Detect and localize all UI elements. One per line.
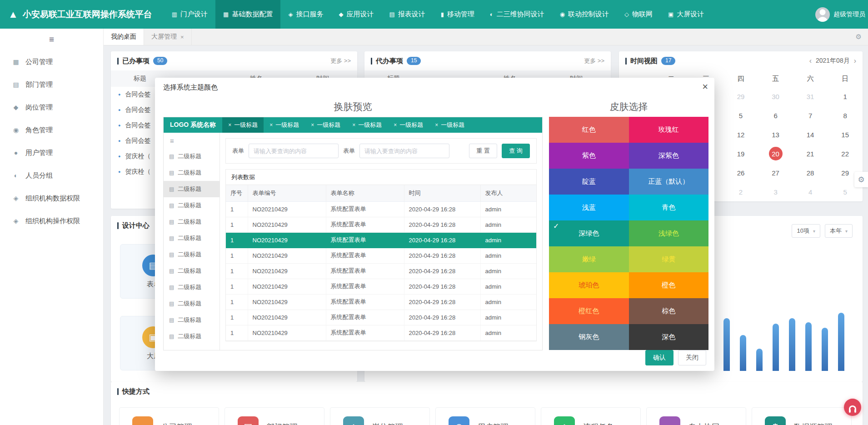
skin-swatch-9[interactable]: ✓深绿色 [549, 220, 629, 246]
more-link[interactable]: 更多 >> [330, 57, 351, 65]
preview-menu-item-5[interactable]: ▤二级标题 [164, 214, 219, 230]
reset-button[interactable]: 重 置 [469, 144, 497, 158]
tab-1[interactable]: 我的桌面 [104, 29, 144, 45]
calendar-cell[interactable]: 8 [828, 106, 863, 125]
preview-tab-5[interactable]: ×一级标题 [388, 117, 429, 133]
preview-tab-4[interactable]: ×一级标题 [346, 117, 388, 133]
close-button[interactable]: 关闭 [678, 350, 706, 365]
preview-tab-3[interactable]: ×一级标题 [305, 117, 346, 133]
preview-tab-6[interactable]: ×一级标题 [429, 117, 470, 133]
preview-menu-item-1[interactable]: ▤二级标题 [164, 148, 219, 165]
calendar-cell[interactable]: 14 [793, 125, 828, 144]
nav-item-1[interactable]: ▥门户设计 [164, 0, 215, 29]
skin-swatch-4[interactable]: 深紫色 [629, 143, 709, 169]
prev-month-icon[interactable]: ‹ [809, 57, 812, 65]
skin-swatch-3[interactable]: 紫色 [549, 143, 629, 169]
query-input-1[interactable] [249, 144, 339, 158]
nav-item-5[interactable]: ▤报表设计 [381, 0, 433, 29]
quick-link-4[interactable]: ◉用户管理 [435, 407, 535, 425]
table-row[interactable]: 1NO20210429系统配置表单2020-04-29 16:28admin [226, 201, 536, 217]
preview-menu-item-12[interactable]: ▤二级标题 [164, 328, 219, 345]
calendar-cell[interactable]: 4 [793, 182, 828, 201]
calendar-cell[interactable]: 21 [793, 144, 828, 163]
user-menu[interactable]: 超级管理员 [815, 0, 868, 29]
nav-item-9[interactable]: ◇物联网 [617, 0, 660, 29]
table-row[interactable]: 1NO20210429系统配置表单2020-04-29 16:28admin [226, 310, 536, 325]
tab-options-button[interactable]: ⚙ [849, 29, 868, 45]
calendar-cell[interactable]: 12 [723, 125, 758, 144]
sidebar-item-6[interactable]: ◐人员分组 [0, 164, 103, 187]
close-icon[interactable]: × [702, 82, 708, 92]
quick-link-5[interactable]: ◈流程任务 [541, 407, 641, 425]
preview-menu-item-7[interactable]: ▤二级标题 [164, 246, 219, 263]
skin-swatch-5[interactable]: 靛蓝 [549, 169, 629, 195]
support-button[interactable] [844, 399, 861, 416]
calendar-cell[interactable]: 20 [758, 144, 793, 163]
preview-menu-item-10[interactable]: ▤二级标题 [164, 295, 219, 312]
nav-item-10[interactable]: ▣大屏设计 [660, 0, 712, 29]
query-input-2[interactable] [359, 144, 449, 158]
sidebar-item-8[interactable]: ◈组织机构操作权限 [0, 210, 103, 232]
preview-menu-item-2[interactable]: ▤二级标题 [164, 165, 219, 181]
calendar-cell[interactable]: 30 [758, 87, 793, 106]
calendar-cell[interactable]: 19 [723, 144, 758, 163]
calendar-cell[interactable]: 27 [758, 163, 793, 182]
filter-select-1[interactable]: 10项▾ [792, 224, 820, 238]
preview-collapse-button[interactable]: ≡ [164, 133, 219, 148]
calendar-cell[interactable]: 22 [828, 144, 863, 163]
table-row[interactable]: 1NO20210429系统配置表单2020-04-29 16:28admin [226, 294, 536, 310]
preview-tab-1[interactable]: ×一级标题 [222, 117, 264, 133]
nav-item-3[interactable]: ◈接口服务 [280, 0, 331, 29]
preview-menu-item-4[interactable]: ▤二级标题 [164, 197, 219, 214]
sidebar-item-7[interactable]: ◈组织机构数据权限 [0, 187, 103, 210]
calendar-cell[interactable]: 29 [723, 87, 758, 106]
calendar-cell[interactable]: 31 [793, 87, 828, 106]
sidebar-item-2[interactable]: ▤部门管理 [0, 73, 103, 96]
calendar-cell[interactable]: 5 [723, 106, 758, 125]
preview-menu-item-3[interactable]: ▤二级标题 [164, 181, 219, 197]
sidebar-item-5[interactable]: ●用户管理 [0, 141, 103, 164]
nav-item-4[interactable]: ◆应用设计 [331, 0, 381, 29]
table-row[interactable]: 1NO20210429系统配置表单2020-04-29 16:28admin [226, 279, 536, 294]
confirm-button[interactable]: 确认 [645, 350, 673, 365]
skin-swatch-15[interactable]: 橙红色 [549, 298, 629, 324]
preview-menu-item-9[interactable]: ▤二级标题 [164, 279, 219, 295]
sidebar-item-1[interactable]: ▦公司管理 [0, 50, 103, 73]
more-link[interactable]: 更多 >> [584, 57, 604, 65]
quick-link-6[interactable]: ◐自由协同 [646, 407, 746, 425]
preview-tab-2[interactable]: ×一级标题 [264, 117, 305, 133]
calendar-cell[interactable]: 26 [723, 163, 758, 182]
calendar-cell[interactable]: 15 [828, 125, 863, 144]
calendar-cell[interactable]: 7 [793, 106, 828, 125]
calendar-cell[interactable]: 3 [758, 182, 793, 201]
filter-select-2[interactable]: 本年▾ [825, 224, 853, 238]
calendar-cell[interactable]: 28 [793, 163, 828, 182]
calendar-cell[interactable]: 13 [758, 125, 793, 144]
tab-close-icon[interactable]: × [180, 34, 184, 40]
skin-swatch-7[interactable]: 浅蓝 [549, 195, 629, 220]
tab-2[interactable]: 大屏管理× [144, 29, 192, 45]
calendar-cell[interactable]: 1 [828, 87, 863, 106]
quick-link-2[interactable]: ▤部门管理 [224, 407, 324, 425]
nav-item-8[interactable]: ◉联动控制设计 [552, 0, 617, 29]
nav-item-6[interactable]: ▮移动管理 [433, 0, 482, 29]
table-row[interactable]: 1NO20210429系统配置表单2020-04-29 16:28admin [226, 263, 536, 279]
settings-handle-button[interactable]: ⚙ [854, 172, 868, 187]
preview-menu-item-11[interactable]: ▤二级标题 [164, 312, 219, 328]
skin-swatch-16[interactable]: 棕色 [629, 298, 709, 324]
skin-swatch-1[interactable]: 红色 [549, 117, 629, 143]
sidebar-item-4[interactable]: ◉角色管理 [0, 119, 103, 141]
quick-link-1[interactable]: ⌂公司管理 [119, 407, 219, 425]
skin-swatch-6[interactable]: 正蓝（默认） [629, 169, 709, 195]
quick-link-3[interactable]: ◆岗位管理 [330, 407, 430, 425]
table-row[interactable]: 1NO20210429系统配置表单2020-04-29 16:28admin [226, 232, 536, 248]
calendar-cell[interactable]: 6 [758, 106, 793, 125]
skin-swatch-13[interactable]: 琥珀色 [549, 272, 629, 298]
preview-menu-item-6[interactable]: ▤二级标题 [164, 230, 219, 246]
search-button[interactable]: 查 询 [502, 144, 530, 158]
table-row[interactable]: 1NO20210429系统配置表单2020-04-29 16:28admin [226, 248, 536, 263]
skin-swatch-18[interactable]: 深色 [629, 324, 709, 350]
skin-swatch-12[interactable]: 绿黄 [629, 246, 709, 272]
next-month-icon[interactable]: › [854, 57, 856, 65]
sidebar-item-3[interactable]: ◆岗位管理 [0, 96, 103, 119]
